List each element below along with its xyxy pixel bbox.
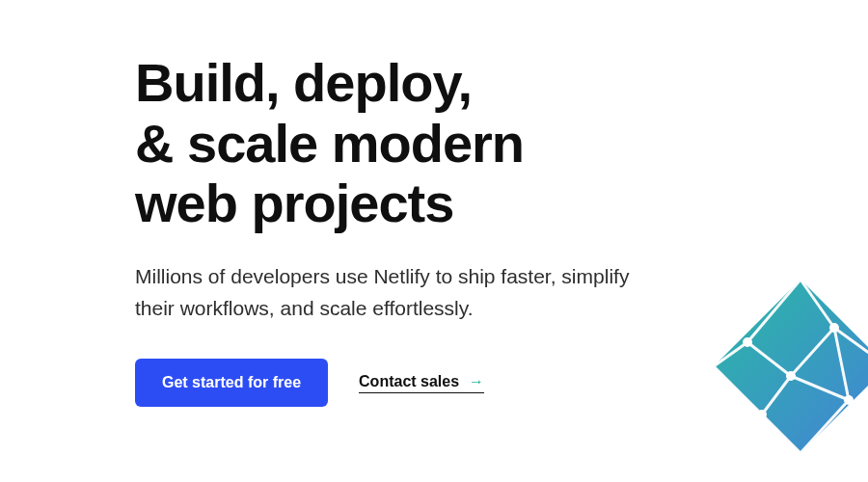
hero-subhead: Millions of developers use Netlify to sh… — [135, 261, 656, 324]
svg-line-0 — [747, 280, 800, 342]
netlify-logo-icon — [704, 270, 868, 463]
svg-point-12 — [743, 337, 752, 347]
hero-headline: Build, deploy, & scale modern web projec… — [135, 53, 675, 234]
svg-line-8 — [791, 376, 849, 400]
svg-line-9 — [800, 400, 849, 453]
headline-line-2: & scale modern — [135, 113, 524, 174]
svg-line-6 — [834, 328, 849, 400]
svg-line-2 — [747, 342, 791, 376]
get-started-button[interactable]: Get started for free — [135, 359, 328, 407]
contact-sales-link[interactable]: Contact sales → — [359, 373, 484, 393]
svg-line-7 — [762, 376, 791, 415]
cta-row: Get started for free Contact sales → — [135, 359, 675, 407]
hero-section: Build, deploy, & scale modern web projec… — [0, 0, 675, 407]
svg-point-13 — [829, 323, 839, 333]
svg-line-4 — [791, 328, 834, 376]
contact-sales-label: Contact sales — [359, 373, 459, 390]
headline-line-3: web projects — [135, 173, 453, 233]
svg-line-3 — [714, 342, 747, 366]
svg-point-15 — [844, 395, 854, 405]
svg-line-10 — [762, 415, 800, 453]
headline-line-1: Build, deploy, — [135, 52, 472, 113]
svg-line-11 — [714, 366, 762, 415]
svg-line-1 — [800, 280, 834, 328]
svg-point-14 — [786, 371, 796, 381]
arrow-right-icon: → — [469, 373, 484, 390]
svg-line-5 — [834, 328, 868, 366]
svg-point-16 — [757, 410, 767, 419]
